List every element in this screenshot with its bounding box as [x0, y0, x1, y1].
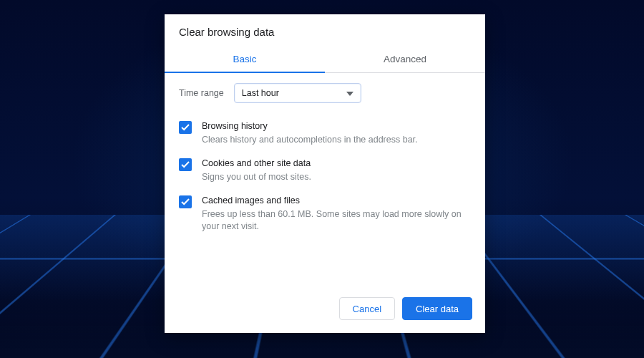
tab-basic[interactable]: Basic — [165, 48, 325, 73]
button-label: Cancel — [353, 304, 381, 314]
item-title: Cached images and files — [202, 195, 471, 208]
spacer — [165, 236, 485, 288]
check-icon — [181, 158, 190, 171]
check-icon — [181, 195, 190, 208]
checkbox-cookies[interactable] — [179, 158, 192, 171]
item-desc: Frees up less than 60.1 MB. Some sites m… — [202, 208, 471, 233]
dialog-actions: Cancel Clear data — [165, 287, 485, 333]
chevron-down-icon — [346, 88, 353, 98]
list-item: Browsing history Clears history and auto… — [179, 112, 471, 149]
clear-browsing-data-dialog: Clear browsing data Basic Advanced Time … — [165, 14, 485, 333]
time-range-value: Last hour — [242, 88, 279, 98]
item-desc: Clears history and autocompletions in th… — [202, 134, 471, 147]
time-range-label: Time range — [179, 88, 224, 98]
checkbox-cached[interactable] — [179, 195, 192, 208]
item-text: Cached images and files Frees up less th… — [202, 195, 471, 233]
cancel-button[interactable]: Cancel — [339, 297, 395, 320]
button-label: Clear data — [416, 304, 459, 314]
tab-advanced[interactable]: Advanced — [325, 48, 485, 72]
item-desc: Signs you out of most sites. — [202, 171, 471, 184]
dialog-title: Clear browsing data — [165, 14, 485, 48]
tabs: Basic Advanced — [165, 48, 485, 73]
item-title: Cookies and other site data — [202, 158, 471, 170]
tab-label: Advanced — [384, 54, 426, 64]
item-text: Cookies and other site data Signs you ou… — [202, 158, 471, 183]
list-item: Cached images and files Frees up less th… — [179, 186, 471, 236]
tab-label: Basic — [233, 54, 256, 64]
items-list: Browsing history Clears history and auto… — [165, 110, 485, 236]
clear-data-button[interactable]: Clear data — [402, 297, 472, 320]
item-title: Browsing history — [202, 120, 471, 133]
checkbox-browsing-history[interactable] — [179, 121, 192, 134]
time-range-row: Time range Last hour — [165, 73, 485, 110]
check-icon — [181, 121, 190, 134]
item-text: Browsing history Clears history and auto… — [202, 120, 471, 146]
list-item: Cookies and other site data Signs you ou… — [179, 149, 471, 186]
time-range-select[interactable]: Last hour — [234, 83, 361, 103]
